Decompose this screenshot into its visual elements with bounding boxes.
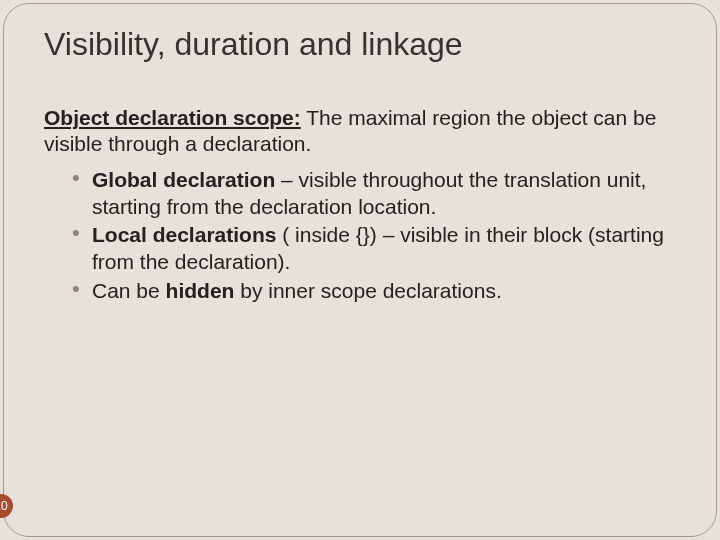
list-item: Local declarations ( inside {}) – visibl…: [74, 221, 680, 276]
list-item: Can be hidden by inner scope declaration…: [74, 277, 680, 304]
bullet-list: Global declaration – visible throughout …: [56, 166, 680, 304]
page-number-badge: 10: [0, 494, 13, 518]
bullet-text-pre: Can be: [92, 279, 166, 302]
intro-lead: Object declaration scope:: [44, 106, 301, 129]
list-item: Global declaration – visible throughout …: [74, 166, 680, 221]
slide-title: Visibility, duration and linkage: [44, 26, 680, 63]
bullet-bold: Local declarations: [92, 223, 276, 246]
slide-content: Visibility, duration and linkage Object …: [0, 0, 720, 540]
bullet-bold: hidden: [166, 279, 235, 302]
intro-paragraph: Object declaration scope: The maximal re…: [44, 105, 680, 158]
bullet-text: by inner scope declarations.: [234, 279, 501, 302]
bullet-bold: Global declaration: [92, 168, 275, 191]
